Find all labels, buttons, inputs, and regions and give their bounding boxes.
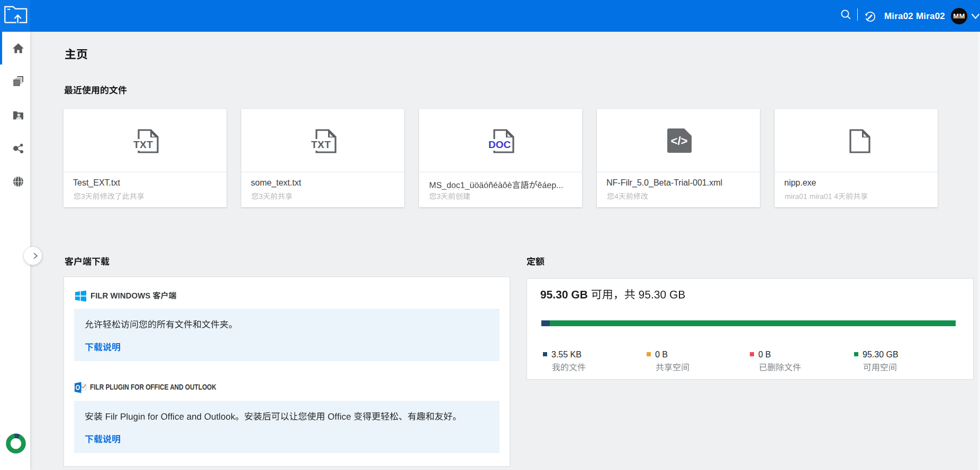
svg-text:</>: </> <box>671 134 688 148</box>
